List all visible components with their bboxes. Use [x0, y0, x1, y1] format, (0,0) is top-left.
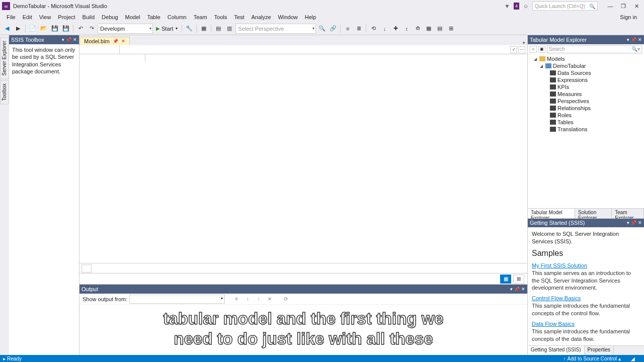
sheet-tab[interactable]	[82, 264, 92, 273]
dropdown-icon[interactable]: ▾	[627, 37, 629, 42]
new-project-button[interactable]: 📄	[28, 24, 38, 34]
tool-button-1[interactable]: 🔧	[184, 24, 194, 34]
menu-debug[interactable]: Debug	[98, 13, 121, 21]
dropdown-icon[interactable]: ▾	[627, 220, 629, 225]
tool-button-10[interactable]: ↓	[379, 24, 389, 34]
tool-button-3[interactable]: ▤	[213, 24, 223, 34]
diagram-view-button[interactable]: ⊞	[513, 275, 524, 284]
pin-icon[interactable]: 📌	[631, 220, 636, 225]
collapse-button[interactable]: ▣	[538, 46, 545, 53]
tab-overflow-button[interactable]: ▾	[521, 40, 527, 45]
menu-tools[interactable]: Tools	[211, 13, 231, 21]
menu-window[interactable]: Window	[275, 13, 301, 21]
output-btn-2[interactable]: ↕	[243, 295, 252, 304]
tree-measures[interactable]: Measures	[530, 90, 642, 98]
tool-button-15[interactable]: ▤	[435, 24, 445, 34]
pin-icon[interactable]: 📌	[631, 37, 636, 42]
menu-build[interactable]: Build	[79, 13, 98, 21]
tool-button-6[interactable]: 🔗	[328, 24, 338, 34]
output-source-dropdown[interactable]	[129, 295, 225, 304]
tool-button-12[interactable]: ↕	[401, 24, 412, 34]
menu-table[interactable]: Table	[143, 13, 164, 21]
quick-launch-input[interactable]: Quick Launch (Ctrl+Q) 🔍	[532, 2, 598, 11]
model-grid[interactable]	[79, 54, 527, 263]
tree-perspectives[interactable]: Perspectives	[530, 98, 642, 105]
fx-expand-button[interactable]: ⋯	[518, 46, 525, 53]
menu-file[interactable]: File	[3, 13, 19, 21]
maximize-button[interactable]: ❐	[618, 2, 629, 11]
tab-getting-started[interactable]: Getting Started (SSIS)	[528, 346, 585, 355]
home-button[interactable]: ⌂	[530, 46, 537, 53]
tree-kpis[interactable]: KPIs	[530, 83, 642, 90]
status-corner[interactable]: ◢	[631, 356, 635, 361]
menu-team[interactable]: Team	[190, 13, 211, 21]
nav-forward-button[interactable]: ▶	[13, 24, 23, 34]
feedback-icon[interactable]: ☺	[522, 3, 529, 10]
minimize-button[interactable]: —	[605, 2, 616, 11]
tree-roles[interactable]: Roles	[530, 112, 642, 119]
tree-translations[interactable]: Translations	[530, 126, 642, 133]
nav-back-button[interactable]: ◀	[2, 24, 12, 34]
close-icon[interactable]: ✕	[521, 287, 525, 292]
tab-team-explorer[interactable]: Team Explorer	[612, 209, 644, 218]
tool-button-4[interactable]: ▥	[224, 24, 234, 34]
close-icon[interactable]: ✕	[121, 39, 125, 44]
undo-button[interactable]: ↶	[75, 24, 86, 34]
tree-expressions[interactable]: Expressions	[530, 76, 642, 83]
output-btn-5[interactable]: ⟳	[281, 295, 290, 304]
start-button[interactable]: ▶Start▾	[154, 26, 180, 32]
notifications-icon[interactable]: ▼	[504, 3, 511, 10]
output-btn-1[interactable]: ≡	[232, 295, 241, 304]
fx-check-button[interactable]: ✓	[510, 46, 517, 53]
open-button[interactable]: 📂	[39, 24, 49, 34]
dropdown-icon[interactable]: ▾	[62, 37, 64, 42]
sample-link-2[interactable]: Control Flow Basics	[532, 295, 640, 302]
menu-view[interactable]: View	[36, 13, 55, 21]
sample-link-3[interactable]: Data Flow Basics	[532, 320, 640, 328]
perspective-dropdown[interactable]: Select Perspective	[235, 24, 316, 34]
tool-button-5[interactable]: 🔍	[317, 24, 327, 34]
tree-relationships[interactable]: Relationships	[530, 105, 642, 112]
pin-icon[interactable]: 📌	[113, 39, 118, 44]
tree-tables[interactable]: Tables	[530, 119, 642, 126]
tool-button-8[interactable]: ≣	[354, 24, 364, 34]
vtab-toolbox[interactable]: Toolbox	[0, 80, 9, 104]
close-icon[interactable]: ✕	[638, 220, 642, 225]
explorer-search-input[interactable]: Search 🔍▾	[547, 45, 642, 53]
vtab-server-explorer[interactable]: Server Explorer	[0, 37, 9, 79]
save-all-button[interactable]: 💾	[61, 24, 71, 34]
output-btn-3[interactable]: ↓	[254, 295, 263, 304]
dropdown-icon[interactable]: ▾	[510, 287, 513, 292]
menu-help[interactable]: Help	[301, 13, 320, 21]
tab-tabular-explorer[interactable]: Tabular Model Explorer	[528, 209, 575, 218]
menu-test[interactable]: Test	[230, 13, 248, 21]
doc-tab-model[interactable]: Model.bim 📌 ✕	[79, 37, 130, 45]
tool-button-2[interactable]: ▦	[199, 24, 209, 34]
cell-reference-input[interactable]	[79, 45, 120, 54]
config-dropdown[interactable]: Developm	[98, 24, 153, 34]
menu-column[interactable]: Column	[164, 13, 190, 21]
tool-button-13[interactable]: ⟰	[413, 24, 423, 34]
save-button[interactable]: 💾	[50, 24, 60, 34]
sample-link-1[interactable]: My First SSIS Solution	[532, 262, 640, 269]
redo-button[interactable]: ↷	[87, 24, 97, 34]
tree-root[interactable]: ◢Models	[530, 55, 642, 62]
tab-properties[interactable]: Properties	[585, 346, 614, 355]
output-btn-4[interactable]: ✕	[265, 295, 274, 304]
tool-button-9[interactable]: ⟲	[368, 24, 378, 34]
pin-icon[interactable]: 📌	[66, 37, 71, 42]
menu-analyze[interactable]: Analyze	[248, 13, 274, 21]
tool-button-7[interactable]: ≡	[343, 24, 353, 34]
publish-button[interactable]: ↑Add to Source Control▴	[564, 356, 621, 361]
menu-edit[interactable]: Edit	[19, 13, 36, 21]
close-icon[interactable]: ✕	[73, 37, 77, 42]
tool-button-11[interactable]: ✚	[390, 24, 400, 34]
close-button[interactable]: ✕	[631, 2, 642, 11]
tree-data-sources[interactable]: Data Sources	[530, 69, 642, 76]
sign-in-link[interactable]: Sign in	[616, 13, 641, 21]
grid-view-button[interactable]: ▦	[500, 275, 511, 284]
menu-project[interactable]: Project	[54, 13, 78, 21]
tool-button-16[interactable]: ⊞	[446, 24, 456, 34]
tree-model[interactable]: ◢DemoTabular	[530, 62, 642, 69]
pin-icon[interactable]: 📌	[514, 287, 520, 292]
